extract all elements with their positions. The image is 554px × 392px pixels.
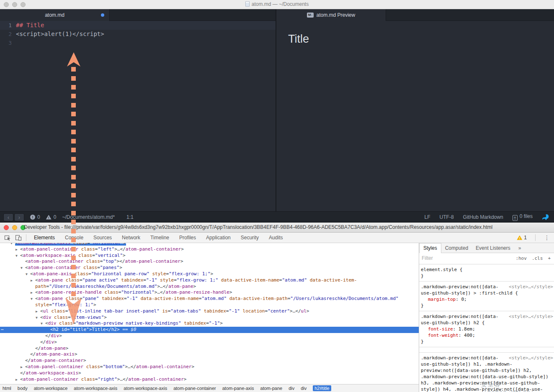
new-style-rule-button[interactable]: +	[548, 256, 551, 261]
rule-source-link[interactable]: <style>…</style>	[505, 313, 553, 320]
file-path[interactable]: ~/Documents/atom.md*	[62, 214, 115, 220]
collapse-arrow-icon[interactable]: ▼	[21, 265, 23, 272]
text-editor[interactable]: 1## Title2<script>alert(1)</script>3	[0, 21, 276, 211]
elements-tree[interactable]: ▼<atom-workspace-axis class="horizontal"…	[0, 243, 419, 384]
code-text: <script>alert(1)</script>	[12, 30, 104, 38]
dom-node[interactable]: <atom-panel-container class="top"></atom…	[0, 259, 419, 265]
line-number: 1	[0, 21, 12, 30]
toggle-element-classes[interactable]: .cls	[532, 256, 543, 261]
css-property[interactable]: font-size: 1.8em;	[421, 326, 553, 332]
expand-arrow-icon[interactable]: ▶	[31, 290, 33, 296]
breadcrumb-body[interactable]: body	[18, 386, 28, 391]
devtools-menu-icon[interactable]: ⋮	[544, 234, 550, 241]
overflow-tabs-icon[interactable]: »	[518, 245, 521, 251]
dom-node[interactable]: </atom-pane-container>	[0, 358, 419, 364]
editor-line[interactable]: 1## Title	[0, 21, 276, 30]
collapse-arrow-icon[interactable]: ▼	[41, 321, 43, 327]
inspect-element-icon[interactable]	[4, 234, 11, 241]
rule-source-link[interactable]: <style>…</style>	[505, 284, 553, 290]
diagnostics-errors[interactable]: ! 0	[30, 214, 40, 220]
collapse-arrow-icon[interactable]: ▼	[26, 272, 28, 278]
devtools-tab-network[interactable]: Network	[122, 235, 140, 241]
dom-node[interactable]: </atom-pane-axis>	[0, 351, 419, 358]
dom-node-selected[interactable]: ⋯<h2 id="title">Title</h2> == $0	[0, 327, 419, 333]
dom-node[interactable]: ▼<atom-workspace-axis class="vertical">	[0, 253, 419, 259]
devtools-tab-audits[interactable]: Audits	[269, 235, 283, 241]
annotation-dashed-line	[71, 67, 76, 298]
styles-filter-input[interactable]	[422, 255, 484, 261]
devtools-tab-sources[interactable]: Sources	[93, 235, 112, 241]
expand-arrow-icon[interactable]: ▶	[15, 247, 18, 253]
dom-node[interactable]: ▶<atom-panel-container class="bottom">…<…	[0, 364, 419, 370]
dom-node[interactable]: </div>	[0, 339, 419, 346]
expand-arrow-icon[interactable]: ▶	[36, 309, 38, 315]
sidebar-tab-styles[interactable]: Styles	[419, 243, 441, 253]
close-button[interactable]	[4, 225, 9, 230]
breadcrumb-h2#title[interactable]: h2#title	[313, 385, 331, 391]
dom-node[interactable]: ▶<ul class="list-inline tab-bar inset-pa…	[0, 308, 419, 315]
dom-node[interactable]: </div>	[0, 333, 419, 339]
breadcrumb-atom-workspace-axis[interactable]: atom-workspace-axis	[74, 386, 117, 391]
history-forward-button[interactable]: ›	[14, 213, 24, 221]
dom-node[interactable]: ▼<atom-pane class="pane" tabindex="-1" d…	[0, 296, 419, 308]
expand-arrow-icon[interactable]: ▶	[15, 377, 18, 383]
dom-node[interactable]: ▼<div class="item-views">	[0, 315, 419, 321]
collapse-arrow-icon[interactable]: ▼	[15, 253, 18, 259]
devtools-tab-security[interactable]: Security	[241, 235, 259, 241]
line-ending-selector[interactable]: LF	[425, 214, 430, 220]
sidebar-tab-event-listeners[interactable]: Event Listeners	[472, 243, 514, 253]
breadcrumb-html[interactable]: html	[3, 386, 11, 391]
console-warnings-badge[interactable]: ! 1	[517, 235, 527, 241]
devtools-tab-elements[interactable]: Elements	[34, 235, 55, 241]
tab-atom-md-preview[interactable]: M↓ atom.md Preview	[276, 9, 386, 21]
dom-node[interactable]: ▼<atom-workspace-axis class="horizontal"…	[0, 243, 419, 246]
node-options-icon[interactable]: ⋯	[1, 327, 4, 333]
css-rule[interactable]: <style>…</style>.markdown-preview:not([d…	[419, 282, 554, 311]
dom-node[interactable]: ▼<atom-pane-axis class="horizontal pane-…	[0, 271, 419, 277]
breadcrumb-atom-workspace[interactable]: atom-workspace	[34, 386, 68, 391]
css-property[interactable]: font-weight: 400;	[421, 332, 553, 338]
dom-node[interactable]: ▼<atom-pane-container class="panes">	[0, 265, 419, 271]
toggle-hover-state[interactable]: :hov	[515, 256, 527, 261]
breadcrumb-atom-pane-axis[interactable]: atom-pane-axis	[222, 386, 254, 391]
dom-node[interactable]: </atom-workspace-axis>	[0, 370, 419, 377]
dom-node[interactable]: ▶<atom-panel-container class="left">…</a…	[0, 246, 419, 253]
history-back-button[interactable]: ‹	[3, 213, 13, 221]
collapse-arrow-icon[interactable]: ▼	[31, 296, 33, 302]
dom-node[interactable]: ▶<atom-panel-container class="right">…</…	[0, 377, 419, 383]
breadcrumb-div[interactable]: div	[289, 386, 294, 391]
breadcrumb-atom-pane-container[interactable]: atom-pane-container	[173, 386, 216, 391]
cursor-position[interactable]: 1:1	[126, 214, 134, 220]
diagnostics-warnings[interactable]: ! 0	[46, 214, 57, 220]
devtools-tab-profiles[interactable]: Profiles	[179, 235, 196, 241]
grammar-selector[interactable]: GitHub Markdown	[463, 214, 503, 220]
devtools-tab-application[interactable]: Application	[206, 235, 231, 241]
devtools-tab-timeline[interactable]: Timeline	[150, 235, 169, 241]
css-rule[interactable]: <style>…</style>.markdown-preview:not([d…	[419, 311, 554, 347]
tab-atom-md[interactable]: atom.md	[0, 9, 110, 21]
dom-node[interactable]: </atom-pane>	[0, 346, 419, 352]
sidebar-tab-computed[interactable]: Computed	[441, 243, 472, 253]
encoding-selector[interactable]: UTF-8	[440, 214, 454, 220]
git-status[interactable]: ±0 files	[513, 213, 533, 221]
dom-node[interactable]: ▶<atom-pane-resize-handle class="horizon…	[0, 290, 419, 296]
breadcrumb-div[interactable]: div	[301, 386, 307, 391]
device-toolbar-icon[interactable]	[15, 234, 22, 241]
dom-node[interactable]: ▼<div class="markdown-preview native-key…	[0, 320, 419, 327]
minimize-button[interactable]	[12, 225, 17, 230]
breadcrumb-atom-workspace-axis[interactable]: atom-workspace-axis	[124, 386, 167, 391]
rule-source-link[interactable]: <style>…</style>	[505, 355, 553, 361]
css-rule[interactable]: element.style {}	[419, 264, 554, 282]
css-property[interactable]: margin-top: 0;	[421, 296, 553, 302]
collapse-arrow-icon[interactable]: ▼	[36, 315, 38, 321]
squirrel-icon[interactable]	[542, 214, 549, 220]
expand-arrow-icon[interactable]: ▶	[21, 364, 23, 371]
line-number: 2	[0, 30, 12, 38]
modified-dot-icon[interactable]	[101, 13, 104, 17]
expand-arrow-icon[interactable]: ▶	[31, 278, 33, 284]
window-title: atom.md — ~/Documents	[0, 1, 554, 7]
breadcrumb-atom-pane[interactable]: atom-pane	[260, 386, 283, 391]
editor-line[interactable]: 2<script>alert(1)</script>	[0, 30, 276, 38]
dom-node[interactable]: ▶<atom-pane class="pane active" tabindex…	[0, 277, 419, 290]
editor-line[interactable]: 3	[0, 38, 276, 47]
